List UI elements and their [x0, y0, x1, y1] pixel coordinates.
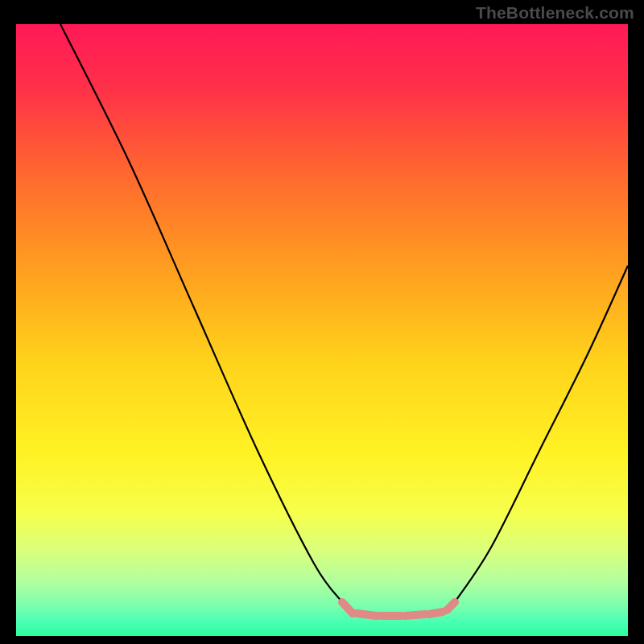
valley-dash — [405, 614, 425, 616]
valley-dash — [429, 612, 443, 614]
chart-stage: TheBottleneck.com — [0, 0, 644, 644]
bottleneck-curve-chart — [16, 24, 628, 636]
gradient-background — [16, 24, 628, 636]
attribution-text: TheBottleneck.com — [476, 3, 634, 23]
valley-dash — [357, 613, 377, 616]
valley-dash — [447, 602, 455, 610]
